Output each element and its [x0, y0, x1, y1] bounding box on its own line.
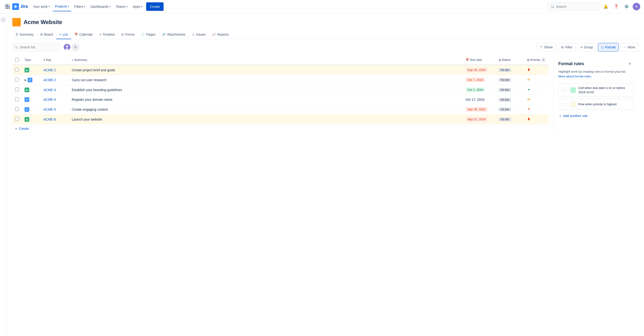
more-icon: ··· [624, 45, 626, 49]
header-type: Type [22, 55, 40, 65]
priority-icon [527, 68, 531, 71]
nav-projects[interactable]: Projects ▾ [53, 2, 72, 11]
table-row: ✓ ACME-5 Create engaging content Sep 30,… [12, 104, 549, 114]
story-icon: ▲ [24, 68, 29, 72]
issue-summary: Create project brief and goals [72, 68, 115, 72]
add-column-button[interactable]: + [541, 57, 546, 62]
table-panel-container: Type # Key ≡ Summ [12, 55, 638, 133]
tab-timeline[interactable]: ≡ Timeline [96, 30, 118, 39]
row-key-cell: ACME-2 [40, 75, 69, 85]
expand-icon[interactable]: ▶ [24, 78, 27, 82]
logo[interactable]: Jira [12, 3, 28, 10]
search-list[interactable] [12, 43, 60, 51]
tab-pages[interactable]: 📄 Pages [138, 30, 159, 39]
issue-summary: Establish your branding guidelines [72, 88, 122, 92]
help-button[interactable]: ❓ [612, 2, 620, 11]
board-icon: ⊞ [40, 33, 43, 36]
share-button[interactable]: ⇡ Share [537, 43, 556, 51]
create-issue-button[interactable]: + Create [12, 124, 549, 133]
nav-filters[interactable]: Filters ▾ [72, 2, 88, 11]
issue-key-link[interactable]: ACME-1 [44, 68, 56, 72]
tab-forms[interactable]: ⊟ Forms [118, 30, 138, 39]
due-date-badge: Sep 30, 2024 [466, 67, 488, 72]
svg-rect-15 [528, 99, 530, 99]
add-rule-button[interactable]: + Add another rule [558, 112, 588, 120]
nav-teams[interactable]: Teams ▾ [113, 2, 130, 11]
nav-your-work[interactable]: Your work ▾ [31, 2, 52, 11]
row-date-cell: Oct 17, 2024 [463, 95, 496, 104]
group-button[interactable]: ≡ Group [578, 43, 596, 51]
svg-rect-5 [9, 6, 10, 7]
pages-icon: 📄 [141, 33, 145, 36]
row-checkbox[interactable] [15, 87, 19, 91]
toolbar: + ⇡ Share ⊜ Filter ≡ Group ◇ Format ··· … [12, 43, 638, 51]
issue-summary: Create engaging content [72, 108, 108, 111]
svg-rect-8 [9, 8, 10, 9]
svg-rect-16 [528, 100, 530, 100]
row-type-cell: ✓ [22, 95, 40, 104]
issue-key-link[interactable]: ACME-6 [44, 117, 56, 121]
nav-dashboards[interactable]: Dashboards ▾ [88, 2, 113, 11]
issue-key-link[interactable]: ACME-4 [44, 98, 56, 101]
select-all-checkbox[interactable] [15, 58, 19, 62]
row-type-cell: ▲ [22, 65, 40, 75]
calendar-icon: 📅 [74, 33, 78, 36]
list-icon: ≡ [60, 33, 61, 36]
row-checkbox[interactable] [15, 78, 19, 81]
attachments-icon: 🔗 [162, 33, 166, 36]
task-icon: ✓ [24, 97, 29, 102]
more-button[interactable]: ··· More [620, 43, 638, 51]
notifications-button[interactable]: 🔔 [602, 2, 610, 11]
chevron-down-icon: ▾ [49, 5, 50, 8]
sidebar-toggle[interactable]: ‹ [0, 13, 6, 336]
svg-rect-13 [528, 79, 530, 79]
search-icon [551, 5, 554, 8]
toggle-btn[interactable]: ‹ [0, 17, 6, 23]
row-summary-cell: Create engaging content [69, 104, 463, 114]
search-box[interactable] [548, 2, 600, 11]
share-icon: ⇡ [540, 45, 543, 49]
timeline-icon: ≡ [100, 33, 101, 36]
format-panel-close-button[interactable]: × [626, 60, 634, 67]
filter-button[interactable]: ⊜ Filter [558, 43, 576, 51]
svg-rect-0 [6, 4, 6, 6]
create-button[interactable]: Create [146, 2, 164, 11]
nav-apps[interactable]: Apps ▾ [130, 2, 145, 11]
format-rule[interactable]: ⋮⋮ Cell when due date is on or before 20… [558, 83, 634, 97]
header-priority: ◎ Priority + [524, 55, 549, 65]
drag-handle-icon[interactable]: ⋮⋮ [562, 102, 568, 106]
search-input[interactable] [556, 5, 596, 8]
rule-color-swatch [570, 87, 576, 93]
user-avatar-1[interactable] [63, 43, 71, 51]
row-checkbox[interactable] [15, 117, 19, 121]
row-checkbox[interactable] [15, 97, 19, 101]
format-button[interactable]: ◇ Format [598, 43, 618, 51]
format-rule[interactable]: ⋮⋮ Row when priority is highest [558, 99, 634, 110]
grid-icon[interactable] [4, 3, 11, 10]
tab-board[interactable]: ⊞ Board [37, 30, 56, 39]
search-list-input[interactable] [20, 45, 57, 49]
row-priority-cell [524, 95, 549, 104]
table-row: ▶✓ ACME-2 Carry out user research Oct 7,… [12, 75, 549, 85]
tab-attachments[interactable]: 🔗 Attachments [159, 30, 189, 39]
header-status: ◎ Status [496, 55, 524, 65]
issue-key-link[interactable]: ACME-2 [44, 78, 56, 82]
drag-handle-icon[interactable]: ⋮⋮ [562, 88, 568, 92]
avatar[interactable]: A [633, 3, 640, 10]
issue-key-link[interactable]: ACME-5 [44, 108, 56, 111]
tab-summary[interactable]: ☰ Summary [12, 30, 37, 39]
project-title: Acme Website [24, 19, 62, 25]
settings-button[interactable]: ⚙️ [622, 2, 631, 11]
tab-list[interactable]: ≡ List [56, 30, 71, 39]
tab-reports[interactable]: 📈 Reports [209, 30, 232, 39]
format-rules-link[interactable]: More about format rules. [558, 74, 592, 78]
row-checkbox[interactable] [15, 68, 19, 71]
issue-key-link[interactable]: ACME-3 [44, 88, 56, 92]
tab-calendar[interactable]: 📅 Calendar [71, 30, 96, 39]
row-checkbox[interactable] [15, 107, 19, 111]
table-row: ▲ ACME-6 Launch your website Sep 27, 202… [12, 114, 549, 124]
tab-issues[interactable]: ⚠ Issues [189, 30, 209, 39]
chevron-down-icon: ▾ [126, 5, 128, 8]
table-wrapper: Type # Key ≡ Summ [12, 55, 549, 133]
add-avatar-button[interactable]: + [72, 43, 79, 51]
